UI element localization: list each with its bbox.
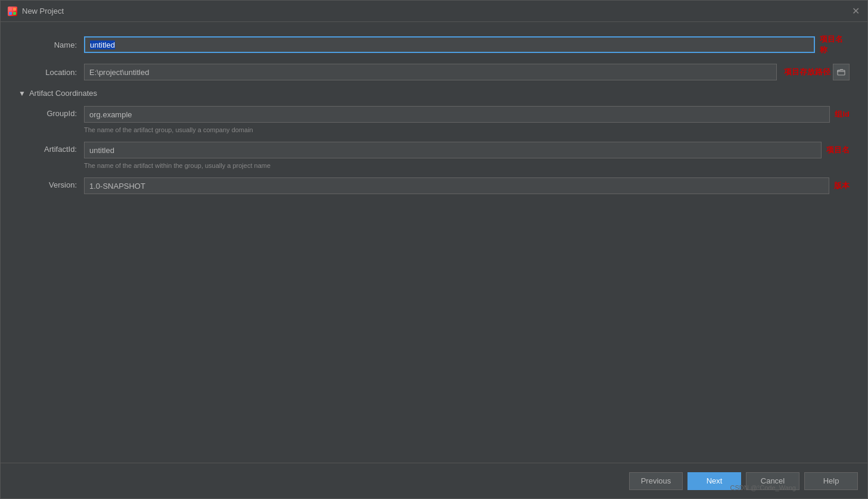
name-input-wrapper: 项目名称 [84, 34, 850, 55]
location-row: Location: 项目存放路径 [18, 64, 850, 80]
version-annotation: 版本 [834, 180, 850, 191]
svg-rect-0 [9, 8, 12, 11]
browse-button[interactable] [833, 64, 850, 80]
artifact-section: ▼ Artifact Coordinates GroupId: 组Id The … [18, 89, 850, 194]
location-label: Location: [18, 68, 84, 77]
artifact-form: GroupId: 组Id The name of the artifact gr… [18, 106, 850, 194]
dialog-title: New Project [22, 7, 64, 15]
artifactid-field-group: 项目名 The name of the artifact within the … [84, 142, 850, 169]
version-field-group: 版本 [84, 177, 850, 194]
collapse-arrow[interactable]: ▼ [18, 89, 26, 98]
artifactid-input[interactable] [84, 142, 822, 158]
name-input-group: 项目名称 [84, 34, 850, 55]
groupid-label: GroupId: [18, 106, 84, 118]
artifactid-row: ArtifactId: 项目名 The name of the artifact… [18, 142, 850, 169]
version-input[interactable] [84, 177, 829, 194]
section-title: Artifact Coordinates [29, 89, 97, 98]
app-icon [8, 7, 17, 16]
location-annotation: 项目存放路径 [784, 67, 830, 77]
name-label: Name: [18, 40, 84, 49]
groupid-hint: The name of the artifact group, usually … [84, 126, 850, 133]
section-header: ▼ Artifact Coordinates [18, 89, 850, 98]
location-input-group: 项目存放路径 [84, 64, 850, 80]
title-bar-left: New Project [8, 7, 64, 16]
version-label: Version: [18, 177, 84, 189]
close-button[interactable]: ✕ [851, 7, 860, 16]
help-button[interactable]: Help [804, 472, 858, 490]
artifactid-input-group: 项目名 [84, 142, 850, 158]
version-input-group: 版本 [84, 177, 850, 194]
groupid-field-group: 组Id The name of the artifact group, usua… [84, 106, 850, 133]
watermark: CSDN @°Code_Wang [730, 484, 796, 491]
svg-rect-1 [13, 8, 16, 11]
name-input[interactable] [84, 36, 815, 53]
previous-button[interactable]: Previous [629, 472, 683, 490]
groupid-input-group: 组Id [84, 106, 850, 123]
artifactid-annotation: 项目名 [826, 145, 850, 155]
dialog-footer: Previous Next Cancel Help [1, 463, 867, 498]
new-project-dialog: New Project ✕ Name: 项目名称 Location: 项目存放路… [0, 0, 868, 499]
groupid-input[interactable] [84, 106, 830, 123]
title-bar: New Project ✕ [1, 1, 867, 22]
svg-rect-3 [13, 12, 16, 15]
groupid-row: GroupId: 组Id The name of the artifact gr… [18, 106, 850, 133]
name-row: Name: 项目名称 [18, 34, 850, 55]
svg-rect-2 [9, 12, 12, 15]
groupid-annotation: 组Id [835, 109, 850, 120]
artifactid-hint: The name of the artifact within the grou… [84, 162, 850, 169]
location-input[interactable] [84, 64, 777, 80]
name-annotation: 项目名称 [820, 34, 850, 55]
artifactid-label: ArtifactId: [18, 142, 84, 154]
svg-rect-4 [838, 70, 845, 75]
version-row: Version: 版本 [18, 177, 850, 194]
dialog-content: Name: 项目名称 Location: 项目存放路径 [1, 22, 867, 463]
